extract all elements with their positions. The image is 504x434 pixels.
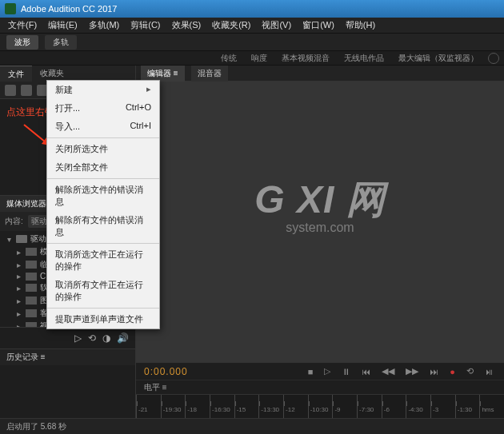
ws-video[interactable]: 基本视频混音 bbox=[277, 52, 334, 65]
context-menu-item[interactable]: 导入...Ctrl+I bbox=[47, 117, 159, 136]
preview-loop-icon[interactable]: ⟲ bbox=[88, 332, 96, 344]
meter-tick: -12 bbox=[283, 395, 308, 418]
tab-media-browser[interactable]: 媒体浏览器 bbox=[0, 196, 53, 212]
contents-label: 内容: bbox=[5, 216, 23, 227]
play-icon[interactable]: ▷ bbox=[322, 366, 333, 376]
files-panel-tabs: 文件 收藏夹 bbox=[0, 66, 135, 82]
stop-icon[interactable]: ■ bbox=[306, 367, 316, 376]
mode-toolbar: 波形 多轨 bbox=[0, 34, 504, 51]
tab-files[interactable]: 文件 bbox=[0, 66, 32, 82]
menu-view[interactable]: 视图(V) bbox=[257, 18, 296, 33]
app-icon bbox=[5, 3, 16, 14]
statusbar: 启动用了 5.68 秒 bbox=[0, 418, 504, 434]
meter-tick: -9 bbox=[332, 395, 357, 418]
levels-panel: 电平 ≡ bbox=[136, 380, 504, 394]
meter-tick: -16:30 bbox=[210, 395, 234, 418]
tab-editor[interactable]: 编辑器 ≡ bbox=[141, 66, 185, 82]
timecode-display[interactable]: 0:00.000 bbox=[144, 366, 188, 377]
history-panel: 历史记录 ≡ bbox=[0, 348, 135, 397]
meter-tick: -21 bbox=[136, 395, 161, 418]
meter-tick: -15 bbox=[234, 395, 259, 418]
ws-classic[interactable]: 传统 bbox=[216, 52, 242, 65]
pause-icon[interactable]: ⏸ bbox=[339, 367, 353, 376]
status-text: 启动用了 5.68 秒 bbox=[6, 421, 66, 432]
loop-icon[interactable]: ⟲ bbox=[464, 366, 476, 376]
window-titlebar: Adobe Audition CC 2017 bbox=[0, 0, 504, 18]
menu-edit[interactable]: 编辑(E) bbox=[43, 18, 82, 33]
preview-transport: ▷ ⟲ ◑ 🔊 bbox=[0, 327, 135, 348]
preview-autoplay-icon[interactable]: ◑ bbox=[102, 332, 110, 344]
history-title[interactable]: 历史记录 ≡ bbox=[0, 349, 135, 365]
skip-fwd-icon[interactable]: ⏭ bbox=[427, 367, 441, 376]
mode-multitrack[interactable]: 多轨 bbox=[45, 35, 77, 50]
meter-tick: hms bbox=[479, 395, 504, 418]
watermark: G XI 网 system.com bbox=[254, 174, 385, 235]
menu-window[interactable]: 窗口(W) bbox=[298, 18, 339, 33]
skip-back-icon[interactable]: ⏮ bbox=[359, 367, 373, 376]
context-menu-item[interactable]: 打开...Ctrl+O bbox=[47, 99, 159, 117]
editor-tabs: 编辑器 ≡ 混音器 bbox=[136, 66, 504, 82]
levels-meter: -21-19:30-18-16:30-15-13:30-12-10:30-9-7… bbox=[136, 394, 504, 418]
ws-loudness[interactable]: 响度 bbox=[246, 52, 272, 65]
context-menu-item[interactable]: 关闭所选文件 bbox=[47, 140, 159, 158]
context-menu-item[interactable]: 取消所选文件正在运行的操作 bbox=[47, 245, 159, 276]
files-context-menu[interactable]: 新建打开...Ctrl+O导入...Ctrl+I关闭所选文件关闭全部文件解除所选… bbox=[46, 80, 160, 329]
record-button-icon[interactable]: ● bbox=[447, 367, 458, 376]
tab-favorites[interactable]: 收藏夹 bbox=[32, 66, 72, 82]
open-file-icon[interactable] bbox=[5, 85, 16, 96]
levels-label[interactable]: 电平 ≡ bbox=[144, 382, 167, 393]
meter-tick: -7:30 bbox=[357, 395, 382, 418]
context-menu-item[interactable]: 解除所选文件的错误消息 bbox=[47, 181, 159, 211]
rewind-icon[interactable]: ◀◀ bbox=[379, 366, 397, 376]
skip-selection-icon[interactable]: ⏯ bbox=[482, 367, 496, 376]
meter-tick: -4:30 bbox=[406, 395, 430, 418]
watermark-big: G XI 网 bbox=[254, 174, 385, 225]
meter-tick: -13:30 bbox=[258, 395, 283, 418]
context-menu-item[interactable]: 提取声道到单声道文件 bbox=[47, 310, 159, 328]
meter-tick: -3 bbox=[430, 395, 455, 418]
context-menu-item[interactable]: 关闭全部文件 bbox=[47, 158, 159, 177]
context-menu-item[interactable]: 解除所有文件的错误消息 bbox=[47, 211, 159, 241]
menu-clip[interactable]: 剪辑(C) bbox=[126, 18, 165, 33]
meter-tick: -1:30 bbox=[455, 395, 480, 418]
ws-radio[interactable]: 无线电作品 bbox=[339, 52, 389, 65]
context-menu-item[interactable]: 新建 bbox=[47, 81, 159, 99]
meter-tick: -19:30 bbox=[161, 395, 186, 418]
preview-volume-icon[interactable]: 🔊 bbox=[117, 332, 129, 344]
forward-icon[interactable]: ▶▶ bbox=[403, 366, 421, 376]
tab-mixer[interactable]: 混音器 bbox=[191, 66, 228, 82]
workspace-bar: 传统 响度 基本视频混音 无线电作品 最大编辑（双监视器） bbox=[0, 51, 504, 66]
ws-dual[interactable]: 最大编辑（双监视器） bbox=[394, 52, 483, 65]
context-menu-item[interactable]: 取消所有文件正在运行的操作 bbox=[47, 276, 159, 306]
menu-file[interactable]: 文件(F) bbox=[3, 18, 42, 33]
menu-effects[interactable]: 效果(S) bbox=[167, 18, 206, 33]
menu-favorites[interactable]: 收藏夹(R) bbox=[207, 18, 255, 33]
meter-tick: -6 bbox=[382, 395, 406, 418]
editor-canvas[interactable]: G XI 网 system.com bbox=[136, 82, 504, 362]
preview-play-icon[interactable]: ▷ bbox=[74, 332, 82, 344]
search-icon[interactable] bbox=[488, 53, 499, 64]
record-icon[interactable] bbox=[21, 85, 32, 96]
menubar: 文件(F) 编辑(E) 多轨(M) 剪辑(C) 效果(S) 收藏夹(R) 视图(… bbox=[0, 18, 504, 34]
menu-multitrack[interactable]: 多轨(M) bbox=[84, 18, 125, 33]
meter-tick: -10:30 bbox=[308, 395, 333, 418]
transport-bar: 0:00.000 ■ ▷ ⏸ ⏮ ◀◀ ▶▶ ⏭ ● ⟲ ⏯ bbox=[136, 362, 504, 380]
meter-tick: -18 bbox=[185, 395, 210, 418]
menu-help[interactable]: 帮助(H) bbox=[341, 18, 380, 33]
window-title: Adobe Audition CC 2017 bbox=[21, 4, 117, 14]
mode-waveform[interactable]: 波形 bbox=[6, 35, 38, 50]
